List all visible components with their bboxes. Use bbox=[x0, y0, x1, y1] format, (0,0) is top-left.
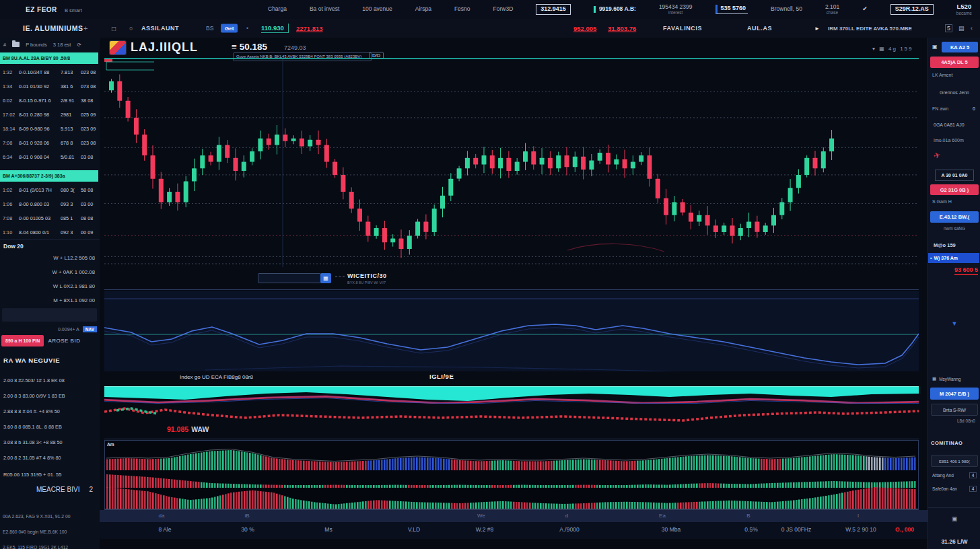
quote-row[interactable]: 6:348-01 0 908 045/0.8103 08 bbox=[0, 150, 100, 164]
menu-item-3[interactable]: Airspa bbox=[415, 6, 431, 12]
red-dotted-indicator[interactable] bbox=[104, 405, 919, 424]
collapse-icon[interactable]: ‹ bbox=[971, 25, 973, 32]
menu-item-14[interactable]: L520became bbox=[956, 3, 972, 15]
quote-row[interactable]: 1:028-01 (0/013 7H080 3(58 08 bbox=[0, 183, 100, 197]
aulas-tab[interactable]: AUL.AS bbox=[747, 25, 772, 32]
menu-item-4[interactable]: Fesno bbox=[454, 6, 470, 12]
menu-item-13[interactable]: S29R.12.AS bbox=[890, 4, 934, 15]
folder-icon[interactable] bbox=[12, 42, 20, 47]
position-row[interactable]: M + 8X1.1 092 00 bbox=[0, 293, 100, 307]
indicator-name-label: WICEITIC/30 bbox=[347, 272, 387, 279]
histogram-chart[interactable] bbox=[105, 441, 918, 509]
x-axis-tick: B bbox=[746, 513, 750, 519]
quote-row[interactable]: 1:340-01 01/30 92381 6073 08 bbox=[0, 79, 100, 94]
quote-time: 7:08 bbox=[0, 215, 19, 221]
highlighted-quote-row-2[interactable]: BM A+306/88737 2-3/9) 383a bbox=[0, 170, 98, 182]
quote-code: 8-0.15 0-971 6 bbox=[19, 98, 61, 104]
chart-search-input[interactable] bbox=[258, 273, 321, 283]
menu-item-7[interactable]: 9919.608 A.B: bbox=[594, 6, 636, 12]
quote-time: 1:06 bbox=[0, 201, 19, 207]
secondary-button[interactable]: Bnta S-RW/ bbox=[931, 404, 978, 416]
option-row-1[interactable]: Attang And 4 bbox=[932, 471, 977, 479]
nav-chip[interactable]: NAV bbox=[83, 326, 97, 332]
oscillator-pane[interactable] bbox=[104, 291, 919, 371]
x-axis-value: 0 JS 00FHz bbox=[781, 526, 811, 533]
option-2-value[interactable]: 4 bbox=[969, 486, 977, 492]
volume-band-chart[interactable] bbox=[104, 386, 919, 404]
bounds-label[interactable]: P bounds bbox=[26, 42, 47, 48]
app-brand-sub: B smart bbox=[65, 7, 82, 13]
menu-item-6[interactable]: 312.9415 bbox=[536, 4, 571, 15]
assistant-label[interactable]: ASSILAUNT bbox=[141, 25, 179, 32]
chart-header-icons[interactable]: ▾ ▦ 4g 159 bbox=[872, 46, 913, 52]
position-row[interactable]: W + L12.2 505 08 bbox=[0, 251, 100, 265]
highlighted-quote-row-1[interactable]: BM 8U.A.AL 28A B/BY 80 .50/8 bbox=[0, 52, 98, 64]
menu-item-5[interactable]: Forw3D bbox=[493, 6, 514, 12]
detail-row: 3.08 8 b 31.08 3< +8 88 50 bbox=[0, 435, 100, 450]
candlestick-chart[interactable] bbox=[104, 59, 919, 267]
x-axis-value: 8 Ale bbox=[159, 526, 172, 533]
shape-tool-icon[interactable]: ○ bbox=[129, 25, 133, 32]
sell-button[interactable]: 890 a H 100 FIN bbox=[1, 335, 44, 346]
layout-icon[interactable]: 5 bbox=[945, 24, 952, 32]
cancel-all-button[interactable]: 4A5)A DL 5 bbox=[930, 57, 979, 68]
menu-item-12[interactable]: ✔ bbox=[862, 6, 868, 13]
chart-main-area: LAJ.IIIQLL ≡ 50.185 7249.03 Gove Assets … bbox=[100, 38, 928, 549]
quote-row[interactable]: 1:320-0.10/34T 887.813023 08 bbox=[0, 65, 100, 79]
quote-row[interactable]: 18:148-09 0-980 965.913023 09 bbox=[0, 122, 100, 136]
panel-footer-value: 31.26 L/W bbox=[928, 538, 980, 545]
quote-time: 1:34 bbox=[0, 83, 19, 89]
panel-top-button[interactable]: KA A2 5 bbox=[942, 42, 978, 52]
get-button[interactable]: Get bbox=[221, 24, 238, 33]
active-symbol-label: IE. ALUMINIUMS bbox=[23, 24, 83, 32]
quote-code: 0-0.10/34T 88 bbox=[19, 69, 61, 75]
panel-bottom-icon[interactable]: ▣ bbox=[928, 515, 980, 522]
app-brand: EZ FEOR bbox=[26, 6, 57, 13]
menu-item-11[interactable]: 2.101chase bbox=[825, 4, 839, 15]
cursor-tool-icon[interactable]: ► bbox=[814, 26, 820, 32]
search-apply-button[interactable]: ▦ bbox=[320, 273, 331, 283]
confirm-order-button[interactable]: M 2047 E/B ) bbox=[930, 388, 979, 400]
selected-order-row[interactable]: ▪ W) 376 Am bbox=[928, 253, 979, 263]
quote-row[interactable]: 7:080-00 01005 03085 108 08 bbox=[0, 211, 100, 225]
option-row-2[interactable]: Safe0an 4an 4 bbox=[932, 484, 977, 492]
menu-item-8[interactable]: 195434 2399interest bbox=[659, 4, 693, 15]
quote-row[interactable]: 7:088-01 0 928 06678 8023 08 bbox=[0, 136, 100, 150]
detail-row: 2.00 8 3 83.00 0/9V 1 83 EB bbox=[0, 388, 100, 404]
favalincis-tab[interactable]: FAVALINCIS bbox=[663, 25, 702, 32]
panel-window-icon[interactable]: ▣ bbox=[932, 44, 938, 50]
menu-item-0[interactable]: Charga bbox=[268, 6, 287, 12]
quote-value-1: 5/0.81 bbox=[61, 154, 81, 160]
sell-order-button[interactable]: G2 31G 0B ) bbox=[930, 184, 979, 195]
download-arrow-icon[interactable]: ▼ bbox=[928, 320, 980, 327]
menu-item-10[interactable]: Brownell, 50 bbox=[771, 6, 802, 12]
quote-value-red-1: 2271.813 bbox=[296, 25, 323, 32]
quote-row[interactable]: 17:028-01 0.280 982981025 09 bbox=[0, 108, 100, 122]
menu-item-9[interactable]: 535 5760 bbox=[715, 5, 748, 14]
send-plane-icon[interactable]: ✈ bbox=[932, 150, 941, 161]
option-1-value[interactable]: 4 bbox=[969, 472, 977, 478]
quote-row[interactable]: 1:068-00 0.800 03093 303 00 bbox=[0, 197, 100, 211]
menu-item-1[interactable]: Ba ot invest bbox=[310, 6, 339, 12]
quantity-box[interactable]: A 30 01 0A0 bbox=[935, 170, 974, 181]
draw-tool-icon[interactable]: □ bbox=[112, 25, 116, 32]
add-symbol-button[interactable]: + bbox=[83, 24, 88, 32]
buy-order-button[interactable]: E.43.12 BW.( bbox=[930, 211, 979, 223]
position-row[interactable]: W + 0AK 1 002.08 bbox=[0, 265, 100, 279]
quote-row[interactable]: 6:028-0.15 0-971 62/8 9138 08 bbox=[0, 94, 100, 108]
list-icon[interactable]: ▤ bbox=[958, 25, 965, 32]
confirmation-button[interactable]: E851 406 1 980( bbox=[931, 455, 978, 467]
note-label: nwm saNG bbox=[928, 226, 980, 231]
pane-divider bbox=[104, 289, 919, 290]
position-row[interactable]: W L 0X2.1 981 80 bbox=[0, 279, 100, 293]
hash-icon[interactable]: # bbox=[3, 42, 6, 48]
histogram-pane[interactable]: Am bbox=[104, 440, 919, 510]
x-axis-value: 30 % bbox=[241, 526, 254, 533]
quote-time: 18:14 bbox=[0, 126, 19, 132]
refresh-icon[interactable]: ⟳ bbox=[77, 42, 81, 48]
quote-row[interactable]: 1:108-04 0800 0/1092 300 09 bbox=[0, 225, 100, 240]
quote-list-1: 1:320-0.10/34T 887.813023 081:340-01 01/… bbox=[0, 65, 100, 164]
empty-slot-box[interactable] bbox=[2, 308, 97, 322]
x-axis-value: 30 Mba bbox=[662, 526, 680, 533]
menu-item-2[interactable]: 100 avenue bbox=[362, 6, 392, 12]
